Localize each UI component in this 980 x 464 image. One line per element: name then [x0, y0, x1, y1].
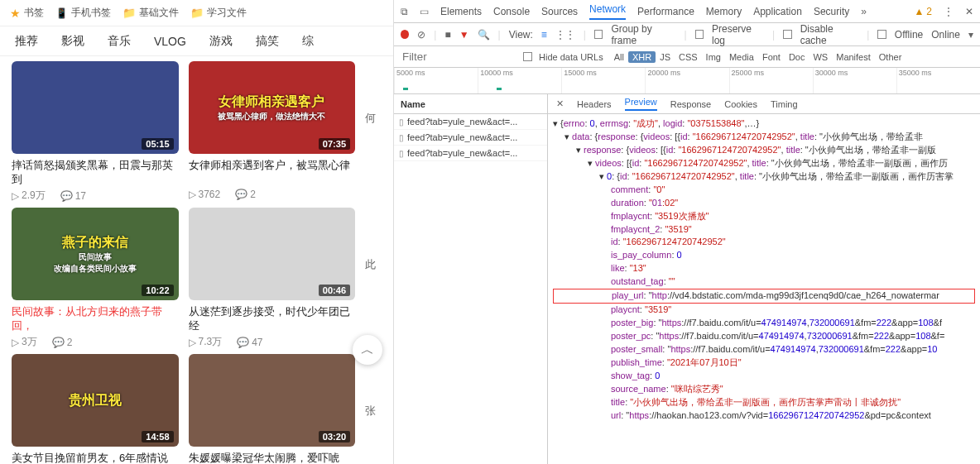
json-line[interactable]: outstand_tag: "" [553, 275, 975, 289]
video-thumbnail[interactable]: 03:20 [189, 354, 356, 447]
type-filter-ws[interactable]: WS [809, 51, 832, 63]
detailtab-preview[interactable]: Preview [625, 97, 657, 111]
devtab-network[interactable]: Network [589, 3, 626, 20]
detailtab-cookies[interactable]: Cookies [724, 99, 757, 109]
record-button[interactable] [401, 30, 409, 39]
bookmark-phone[interactable]: 📱手机书签 [55, 6, 111, 20]
devtab-application[interactable]: Application [753, 6, 802, 17]
json-line[interactable]: title: "小伙帅气出场，带给孟非一副版画，画作历害掌声雷动丨非诚勿扰" [553, 396, 975, 409]
tab[interactable]: 搞笑 [256, 34, 279, 49]
json-line[interactable]: poster_small: "https://f7.baidu.com/it/u… [553, 343, 975, 356]
request-row[interactable]: ▯feed?tab=yule_new&act=... [394, 114, 547, 130]
json-line[interactable]: source_name: "咪咕综艺秀" [553, 383, 975, 396]
json-line[interactable]: poster_pc: "https://f7.baidu.com/it/u=47… [553, 330, 975, 343]
json-line[interactable]: show_tag: 0 [553, 370, 975, 383]
type-filter-font[interactable]: Font [758, 51, 785, 63]
json-line[interactable]: playcnt: "3519" [553, 304, 975, 317]
devtab-sources[interactable]: Sources [541, 6, 578, 17]
video-card[interactable]: 03:20 朱媛媛曝梁冠华太闹腾，爱吓唬人，郭德纲：你们这行真快乐丨今夜 ▷1.… [189, 354, 356, 464]
video-card[interactable]: 女律师相亲遇客户被骂黑心律师，做法绝情大不 07:35 女律师相亲遇到客户，被骂… [189, 61, 356, 203]
type-filter-xhr[interactable]: XHR [628, 51, 656, 63]
video-thumbnail[interactable]: 贵州卫视 14:58 [12, 354, 179, 447]
online-select[interactable]: Online [931, 29, 960, 41]
json-line[interactable]: url: "https://haokan.hao123.com/v?vid=16… [553, 409, 975, 423]
hide-urls-checkbox[interactable] [523, 52, 532, 61]
video-title: 摔话筒怒揭颁奖黑幕，田震与那英到 [12, 159, 179, 187]
tab[interactable]: 游戏 [209, 34, 233, 49]
filter-icon[interactable]: ▼ [459, 29, 469, 41]
view-list-icon[interactable]: ≡ [541, 29, 547, 41]
tab[interactable]: 综 [302, 34, 314, 49]
view-waterfall-icon[interactable]: ⋮⋮ [555, 29, 575, 41]
type-filter-js[interactable]: JS [656, 51, 675, 63]
json-line[interactable]: ▾ 0: {id: "1662967124720742952", title: … [553, 170, 975, 184]
close-detail-icon[interactable]: ✕ [556, 98, 564, 109]
tab[interactable]: 推荐 [15, 34, 38, 49]
json-line[interactable]: comment: "0" [553, 184, 975, 197]
timeline-tick: 35000 ms [896, 68, 980, 93]
type-filter-doc[interactable]: Doc [785, 51, 809, 63]
type-filter-all[interactable]: All [610, 51, 628, 63]
json-line[interactable]: publish_time: "2021年07月10日" [553, 356, 975, 370]
chevron-down-icon[interactable]: ▾ [968, 29, 973, 41]
inspect-icon[interactable]: ⧉ [401, 6, 408, 17]
offline-checkbox[interactable] [877, 30, 886, 39]
video-thumbnail[interactable]: 05:15 [12, 61, 179, 154]
json-line[interactable]: is_pay_column: 0 [553, 249, 975, 262]
video-card[interactable]: 00:46 从迷茫到逐步接受，时代少年团已经 ▷7.3万💬47 [189, 208, 356, 349]
devtab-performance[interactable]: Performance [637, 6, 694, 17]
json-line[interactable]: like: "13" [553, 262, 975, 275]
search-icon[interactable]: 🔍 [478, 29, 490, 41]
comment-count: 💬17 [60, 190, 86, 202]
chevron-right-icon[interactable]: » [861, 6, 867, 17]
request-row[interactable]: ▯feed?tab=yule_new&act=... [394, 130, 547, 146]
menu-icon[interactable]: ⋮ [944, 6, 954, 17]
json-line[interactable]: poster_big: "https://f7.baidu.com/it/u=4… [553, 317, 975, 330]
json-line[interactable]: id: "1662967124720742952" [553, 236, 975, 249]
warning-badge[interactable]: ▲ 2 [914, 6, 932, 17]
disable-cache-checkbox[interactable] [783, 30, 791, 39]
video-card[interactable]: 燕子的来信民间故事 改编自各类民间小故事 10:22 民间故事：从北方归来的燕子… [12, 208, 179, 349]
video-thumbnail[interactable]: 00:46 [189, 208, 356, 300]
json-line[interactable]: ▾ response: {videos: [{id: "166296712472… [553, 144, 975, 157]
json-line[interactable]: ▾ {errno: 0, errmsg: "成功", logid: "03751… [553, 117, 975, 131]
tab[interactable]: 影视 [61, 34, 84, 49]
json-line[interactable]: fmplaycnt: "3519次播放" [553, 210, 975, 223]
preserve-checkbox[interactable] [695, 30, 704, 39]
type-filter-other[interactable]: Other [875, 51, 906, 63]
video-thumbnail[interactable]: 女律师相亲遇客户被骂黑心律师，做法绝情大不 07:35 [189, 61, 356, 154]
group-checkbox[interactable] [594, 30, 603, 39]
detailtab-timing[interactable]: Timing [771, 99, 798, 109]
devtab-elements[interactable]: Elements [440, 6, 482, 17]
bookmark-folder1[interactable]: 📁基础文件 [122, 6, 179, 20]
type-filter-manifest[interactable]: Manifest [832, 51, 875, 63]
type-filter-media[interactable]: Media [725, 51, 758, 63]
detailtab-headers[interactable]: Headers [577, 99, 612, 109]
devtab-console[interactable]: Console [493, 6, 530, 17]
json-line[interactable]: fmplaycnt_2: "3519" [553, 223, 975, 237]
json-line[interactable]: play_url: "http://vd4.bdstatic.com/mda-m… [553, 289, 975, 304]
clear-icon[interactable]: ⊘ [417, 29, 425, 41]
video-thumbnail[interactable]: 燕子的来信民间故事 改编自各类民间小故事 10:22 [12, 208, 179, 300]
camera-icon[interactable]: ■ [444, 29, 450, 41]
bookmark-folder2[interactable]: 📁学习文件 [190, 6, 247, 20]
video-card[interactable]: 05:15 摔话筒怒揭颁奖黑幕，田震与那英到 ▷2.9万💬17 [12, 61, 179, 203]
json-line[interactable]: ▾ data: {response: {videos: [{id: "16629… [553, 131, 975, 144]
type-filter-css[interactable]: CSS [675, 51, 702, 63]
detailtab-response[interactable]: Response [670, 99, 712, 109]
bookmark-star[interactable]: ★书签 [10, 6, 44, 20]
filter-input[interactable] [401, 49, 516, 65]
close-icon[interactable]: ✕ [965, 6, 973, 17]
name-column-header[interactable]: Name [394, 94, 547, 114]
devtab-security[interactable]: Security [814, 6, 849, 17]
json-line[interactable]: duration: "01:02" [553, 197, 975, 210]
device-icon[interactable]: ▭ [420, 6, 429, 17]
type-filter-img[interactable]: Img [702, 51, 725, 63]
devtab-memory[interactable]: Memory [706, 6, 742, 17]
tab[interactable]: 音乐 [108, 34, 131, 49]
json-line[interactable]: ▾ videos: [{id: "1662967124720742952", t… [553, 157, 975, 170]
request-row[interactable]: ▯feed?tab=yule_new&act=... [394, 146, 547, 161]
video-card[interactable]: 贵州卫视 14:58 美女节目挽留前男友，6年感情说散 ▷11万💬240 [12, 354, 179, 464]
tab[interactable]: VLOG [154, 35, 186, 48]
scroll-top-button[interactable]: ︿ [353, 335, 382, 365]
